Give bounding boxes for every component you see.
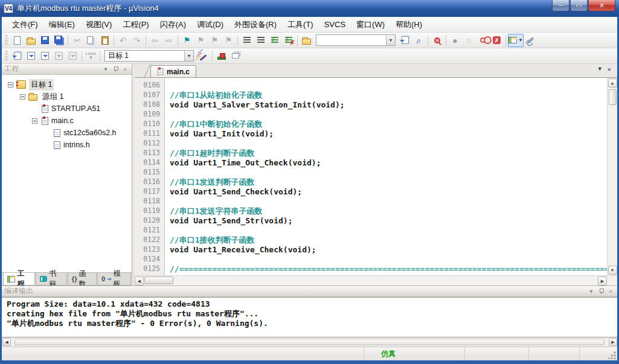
maximize-button[interactable]: ▭ [570,0,588,11]
menu-item-0[interactable]: 文件(F) [7,18,43,32]
output-scroll-thumb[interactable] [14,339,605,345]
target-options-button[interactable] [196,49,210,63]
navigate-back-button[interactable]: ⇦ [148,34,162,47]
menu-item-5[interactable]: 调试(D) [191,18,229,32]
tree-expander-icon[interactable] [8,82,13,88]
rebuild-button[interactable] [38,49,52,63]
configure-flash-button[interactable] [300,34,313,47]
code-line[interactable] [170,168,607,177]
code-line[interactable]: //======================================… [170,264,607,274]
editor-tab-main-c[interactable]: main.c [150,65,196,77]
menu-item-3[interactable]: 工程(P) [117,18,154,32]
open-file-button[interactable] [24,34,38,47]
project-window-toggle-button[interactable]: ▼ [508,34,524,47]
cut-button[interactable]: ✂ [70,34,84,47]
code-line[interactable]: //串口1从站初始化子函数 [170,91,607,100]
horizontal-scroll-thumb[interactable] [144,276,173,284]
tree-item-label[interactable]: 目标 1 [29,79,54,91]
new-file-button[interactable] [10,34,24,47]
unindent-button[interactable] [254,34,268,47]
tree-item-label[interactable]: 源组 1 [40,91,65,103]
editor-horizontal-scrollbar[interactable]: ◀ ▶ [135,275,617,286]
code-line[interactable] [170,255,607,264]
indent-button[interactable] [240,34,254,47]
panel-tab-books[interactable]: 书籍 [36,273,66,286]
translate-button[interactable] [10,49,24,63]
code-line[interactable] [170,226,607,235]
tree-row[interactable]: main.c [2,115,132,127]
output-close-icon[interactable]: × [606,287,615,296]
tree-item-label[interactable]: stc12c5a60s2.h [62,128,118,138]
document-list-dropdown-icon[interactable]: ▼ [597,66,603,73]
insert-bookmark-button[interactable]: ⚑ [180,34,194,47]
kill-all-breakpoints-button[interactable]: ✗ [490,34,504,47]
build-button[interactable] [24,49,38,63]
code-line[interactable]: void Uart1_Salver_Station_Init(void); [170,100,607,110]
document-close-icon[interactable]: × [608,66,611,73]
minimize-button[interactable]: ─ [552,0,569,11]
resize-grip[interactable] [608,351,616,359]
clear-bookmarks-button[interactable]: ⚑ [222,34,236,47]
project-panel-close-icon[interactable]: × [121,65,129,74]
build-output-text[interactable]: Program Size: data=10.1 xdata=432 code=4… [2,297,617,337]
code-line[interactable]: void Uart1_Init(void); [170,129,607,139]
code-line[interactable]: //串口1发送判断子函数 [170,177,607,187]
redo-button[interactable]: ↷ [130,34,144,47]
panel-tab-templates[interactable]: 0➜模板 [97,273,131,286]
find-combobox[interactable]: ▼ [316,34,396,46]
panel-tab-functions[interactable]: {}函数 [68,273,97,286]
code-line[interactable]: void Uart1_Time_Out_Check(void); [170,158,607,168]
output-pin-icon[interactable] [597,287,605,296]
scroll-left-button[interactable]: ◀ [135,276,144,286]
save-all-button[interactable] [52,34,66,47]
navigate-forward-button[interactable]: ⇨ [162,34,176,47]
tree-item-label[interactable]: intrins.h [62,140,92,150]
tree-row[interactable]: STARTUP.A51 [2,103,132,115]
find-in-files-button[interactable] [398,34,412,47]
previous-bookmark-button[interactable]: ⚑ [194,34,208,47]
enable-breakpoint-button[interactable]: ○ [462,34,476,47]
next-bookmark-button[interactable]: ⚑ [208,34,222,47]
project-panel-dropdown-icon[interactable]: ▼ [101,65,110,74]
find-combobox-dropdown[interactable]: ▼ [386,35,395,45]
menu-item-1[interactable]: 编辑(E) [43,18,80,32]
close-button[interactable]: ✕ [588,0,615,11]
tree-row[interactable]: stc12c5a60s2.h [2,127,132,139]
save-button[interactable] [38,34,52,47]
vertical-scroll-thumb[interactable] [609,89,617,105]
batch-build-button[interactable] [52,49,66,63]
manage-layout-button[interactable] [228,49,242,63]
code-line[interactable]: void Uart1_Receive_Check(void); [170,245,607,255]
target-combobox-value[interactable]: 目标 1 [105,51,184,61]
tree-row[interactable]: intrins.h [2,139,132,151]
file-extensions-button[interactable] [214,49,228,63]
incremental-find-button[interactable]: ⌕ [412,34,426,47]
output-horizontal-scrollbar[interactable]: ◀ ▶ [2,337,617,346]
disable-all-breakpoints-button[interactable] [476,34,490,47]
paste-button[interactable] [98,34,112,47]
layout-dropdown-icon[interactable]: ▼ [518,37,523,43]
tree-expander-icon[interactable] [32,118,37,124]
tree-item-label[interactable]: main.c [50,116,75,126]
toolbar-grip[interactable] [5,35,8,46]
download-button[interactable]: LOAD▼ [84,49,98,63]
editor-vertical-scrollbar[interactable]: ▲ ▼ [607,78,617,275]
menu-item-4[interactable]: 闪存(A) [155,18,191,32]
panel-tab-project[interactable]: 工程 [3,273,35,286]
toggle-breakpoint-button[interactable]: ● [448,34,462,47]
menu-item-10[interactable]: 帮助(H) [390,18,428,32]
target-combobox-dropdown[interactable]: ▼ [184,51,193,61]
tree-row[interactable]: 源组 1 [2,91,132,103]
code-line[interactable] [170,110,607,120]
code-line[interactable]: void Uart1_Send_Check(void); [170,187,607,197]
code-line[interactable]: //串口1发送字符串子函数 [170,206,607,216]
menu-item-6[interactable]: 外围设备(R) [229,18,282,32]
code-editor-surface[interactable]: 0106010701080109011001110112011301140115… [135,78,607,275]
tree-item-label[interactable]: STARTUP.A51 [50,104,102,113]
code-line[interactable]: //串口1超时判断子函数 [170,148,607,158]
uncomment-button[interactable]: /✗ [281,34,295,47]
output-scroll-left-button[interactable]: ◀ [2,338,11,346]
code-line[interactable] [170,139,607,148]
scroll-up-button[interactable]: ▲ [608,78,617,88]
undo-button[interactable]: ↶ [116,34,130,47]
